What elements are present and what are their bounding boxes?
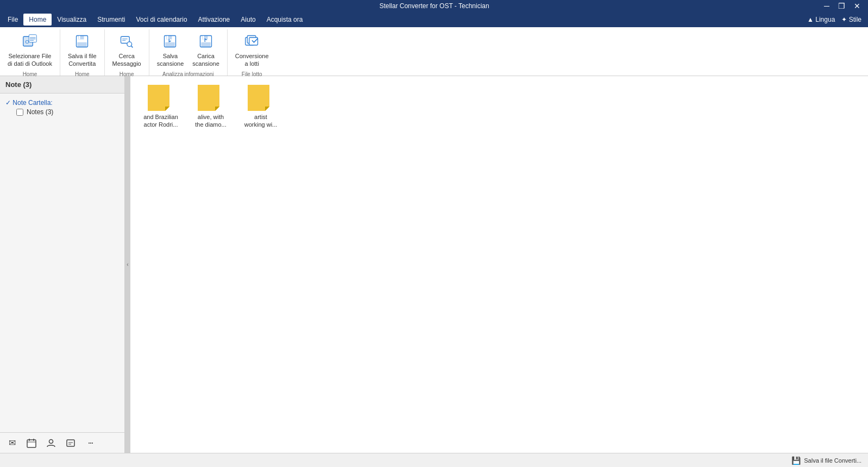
svg-point-14: [127, 42, 132, 47]
tree-item-notes[interactable]: Notes (3): [5, 107, 119, 117]
svg-rect-18: [167, 36, 168, 39]
batch-icon: [242, 32, 262, 51]
note-icon-2: [197, 85, 224, 112]
mail-nav-icon[interactable]: ✉: [4, 435, 20, 451]
svg-point-31: [49, 439, 53, 443]
ribbon-group-file-lotto-content: Conversionea lotti: [232, 29, 272, 70]
ribbon: O Selezionare Filedi dati di Outlook Hom…: [0, 27, 868, 76]
carica-scansione-label: Caricascansione: [192, 52, 219, 68]
ribbon-group-analizza: Salvascansione Caricascansione Analizza …: [149, 29, 228, 76]
svg-rect-10: [77, 42, 87, 47]
menu-visualizza[interactable]: Visualizza: [52, 14, 92, 26]
menu-acquista-ora[interactable]: Acquista ora: [261, 14, 309, 26]
search-msg-label: CercaMessaggio: [112, 52, 141, 68]
status-bar-left: 💾 Salva il file Converti...: [791, 456, 861, 465]
salva-scansione-label: Salvascansione: [157, 52, 184, 68]
ribbon-group-save: Salva il fileConvertita Home: [60, 29, 105, 76]
status-bar-label[interactable]: Salva il file Converti...: [804, 457, 861, 464]
note-icon-1: [147, 85, 174, 112]
menu-aiuto[interactable]: Aiuto: [235, 14, 261, 26]
note-item-1[interactable]: and Brazilianactor Rodri...: [139, 85, 183, 129]
notes-checkbox[interactable]: [16, 109, 23, 116]
sidebar-header: Note (3): [0, 76, 124, 94]
calendar-nav-icon[interactable]: [24, 435, 39, 451]
select-file-button[interactable]: O Selezionare Filedi dati di Outlook: [4, 29, 55, 70]
outlook-icon: O: [20, 32, 40, 51]
ribbon-group-home-content: O Selezionare Filedi dati di Outlook: [4, 29, 55, 70]
menu-attivazione[interactable]: Attivazione: [193, 14, 236, 26]
main-content: and Brazilianactor Rodri... alive, witht…: [130, 76, 868, 453]
svg-marker-36: [165, 107, 169, 111]
conversione-lotti-button[interactable]: Conversionea lotti: [232, 29, 272, 70]
tasks-nav-icon[interactable]: [63, 435, 78, 451]
menu-right-options: ▲ Lingua ✦ Stile: [807, 16, 866, 23]
sidebar-tree: ✓ Note Cartella: Notes (3): [0, 94, 124, 432]
search-message-button[interactable]: CercaMessaggio: [109, 29, 144, 70]
menu-strumenti[interactable]: Strumenti: [92, 14, 130, 26]
menu-bar: File Home Visualizza Strumenti Voci di c…: [0, 12, 868, 27]
minimize-button[interactable]: ─: [821, 0, 833, 12]
carica-scansione-button[interactable]: Caricascansione: [189, 29, 223, 70]
tree-section-notes: ✓ Note Cartella: Notes (3): [0, 97, 124, 120]
window-controls: ─ ❐ ✕: [821, 0, 864, 12]
svg-rect-23: [201, 42, 211, 47]
contacts-nav-icon[interactable]: [43, 435, 59, 451]
tree-section-label-text: ✓ Note Cartella:: [5, 99, 53, 107]
select-file-label: Selezionare Filedi dati di Outlook: [8, 52, 52, 68]
svg-rect-19: [166, 42, 175, 47]
status-icon: 💾: [791, 456, 801, 465]
note-item-3[interactable]: artistworking wi...: [239, 85, 282, 129]
salva-scansione-button[interactable]: Salvascansione: [154, 29, 187, 70]
note-item-2[interactable]: alive, withthe diamo...: [189, 85, 232, 129]
sidebar-nav: ✉: [0, 432, 124, 453]
note-icon-3: [247, 85, 274, 112]
content-area: Note (3) ✓ Note Cartella: Notes (3) ✉: [0, 76, 868, 453]
svg-rect-22: [203, 36, 204, 39]
ribbon-group-analizza-content: Salvascansione Caricascansione: [154, 29, 223, 70]
note-label-2: alive, withthe diamo...: [195, 113, 226, 129]
svg-marker-38: [215, 107, 219, 111]
ribbon-group-save-content: Salva il fileConvertita: [65, 29, 100, 70]
title-bar: Stellar Converter for OST - Technician ─…: [0, 0, 868, 12]
svg-rect-9: [79, 36, 80, 39]
tree-section-label[interactable]: ✓ Note Cartella:: [5, 99, 119, 107]
svg-line-15: [131, 46, 133, 48]
menu-home[interactable]: Home: [23, 14, 52, 26]
ribbon-group-search-content: CercaMessaggio: [109, 29, 144, 70]
restore-button[interactable]: ❐: [835, 0, 848, 12]
sidebar: Note (3) ✓ Note Cartella: Notes (3) ✉: [0, 76, 125, 453]
lingua-option[interactable]: ▲ Lingua: [807, 16, 835, 23]
menu-file[interactable]: File: [2, 14, 23, 26]
save-file-button[interactable]: Salva il fileConvertita: [65, 29, 100, 70]
conversione-lotti-label: Conversionea lotti: [235, 52, 269, 68]
ribbon-group-file-lotto: Conversionea lotti File lotto: [228, 29, 276, 76]
app-title: Stellar Converter for OST - Technician: [48, 2, 821, 10]
save-icon: [72, 32, 92, 51]
save-scan-icon: [160, 32, 180, 51]
svg-rect-27: [27, 440, 36, 447]
svg-marker-40: [265, 107, 269, 111]
search-msg-icon: [117, 32, 136, 51]
status-bar: 💾 Salva il file Converti...: [0, 453, 868, 467]
load-scan-icon: [196, 32, 216, 51]
svg-rect-32: [67, 440, 74, 446]
menu-voci-calendario[interactable]: Voci di calendario: [131, 14, 193, 26]
note-label-3: artistworking wi...: [244, 113, 278, 129]
tree-item-label: Notes (3): [27, 108, 53, 116]
close-button[interactable]: ✕: [851, 0, 864, 12]
sidebar-collapse-handle[interactable]: ‹: [125, 76, 130, 453]
stile-option[interactable]: ✦ Stile: [841, 16, 861, 23]
note-label-1: and Brazilianactor Rodri...: [143, 113, 178, 129]
ribbon-group-home: O Selezionare Filedi dati di Outlook Hom…: [0, 29, 60, 76]
more-nav-icon[interactable]: ···: [83, 435, 98, 451]
ribbon-group-search: CercaMessaggio Home: [105, 29, 149, 76]
save-file-label: Salva il fileConvertita: [68, 52, 97, 68]
svg-rect-3: [29, 35, 36, 42]
